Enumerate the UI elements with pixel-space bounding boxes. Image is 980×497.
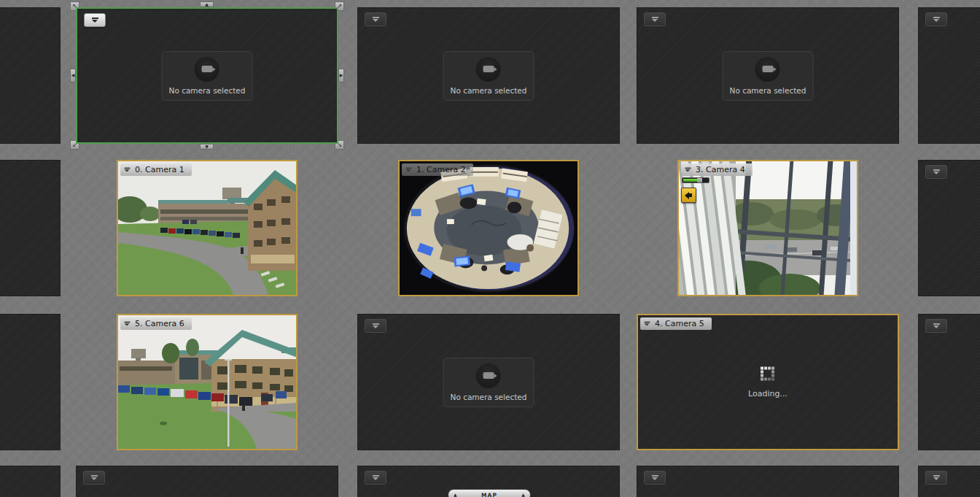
resize-handle-left-icon[interactable]: ◀ bbox=[70, 69, 76, 82]
camera-1-video bbox=[118, 161, 296, 295]
dropdown-icon bbox=[652, 17, 658, 23]
no-camera-panel: No camera selected bbox=[443, 358, 534, 407]
volume-handle[interactable] bbox=[697, 178, 702, 182]
selected-empty-tile[interactable]: No camera selected bbox=[76, 7, 338, 144]
loading-label: Loading... bbox=[748, 388, 788, 398]
chevron-up-icon: ▲ bbox=[521, 493, 525, 497]
dropdown-icon bbox=[933, 323, 940, 329]
loading-spinner-icon bbox=[761, 366, 775, 381]
dropdown-icon bbox=[406, 167, 412, 172]
camera-title-bar[interactable]: 1. Camera 2 bbox=[402, 163, 473, 176]
video-tile-empty[interactable] bbox=[918, 314, 980, 450]
video-tile-empty[interactable]: No camera selected bbox=[357, 7, 620, 144]
camera-title-bar[interactable]: 5. Camera 6 bbox=[120, 317, 192, 330]
tile-menu-button[interactable] bbox=[84, 13, 106, 27]
no-camera-label: No camera selected bbox=[730, 86, 806, 95]
speaker-icon bbox=[685, 192, 693, 199]
camera-title-bar[interactable]: 4. Camera 5 bbox=[640, 317, 712, 330]
camera-title-bar[interactable]: 0. Camera 1 bbox=[120, 163, 192, 176]
video-tile-empty[interactable] bbox=[0, 7, 61, 144]
audio-mute-button[interactable] bbox=[681, 188, 696, 203]
no-camera-label: No camera selected bbox=[169, 86, 246, 95]
tile-menu-button[interactable] bbox=[644, 471, 666, 485]
resize-handle-top-icon[interactable]: ▲ bbox=[200, 1, 214, 7]
camera-title: 5. Camera 6 bbox=[135, 319, 184, 328]
dropdown-icon bbox=[92, 18, 98, 23]
camera-title: 1. Camera 2 bbox=[416, 165, 466, 174]
resize-handle-bottom-icon[interactable]: ▼ bbox=[200, 144, 214, 150]
dropdown-icon bbox=[373, 323, 379, 329]
no-camera-label: No camera selected bbox=[451, 86, 527, 95]
video-tile-empty[interactable] bbox=[918, 466, 980, 497]
camera-title: 3. Camera 4 bbox=[696, 165, 745, 174]
camera-2-video-frame[interactable]: 1. Camera 2 bbox=[398, 160, 579, 296]
dropdown-icon bbox=[645, 321, 650, 326]
camera-icon bbox=[763, 66, 774, 72]
video-tile-empty[interactable]: No camera selected bbox=[637, 7, 899, 144]
camera-icon bbox=[202, 66, 213, 72]
video-tile-selected[interactable]: ↖ ↗ ↙ ↘ ▲ ▼ ◀ ▶ No camera selected bbox=[76, 7, 338, 144]
dropdown-icon bbox=[933, 169, 940, 175]
camera-icon bbox=[483, 372, 494, 379]
camera-4-video-frame[interactable]: 3. Camera 4 bbox=[677, 160, 858, 296]
video-tile-empty[interactable] bbox=[918, 160, 980, 296]
volume-slider[interactable] bbox=[682, 177, 709, 183]
dropdown-icon bbox=[933, 17, 940, 23]
camera-1-video-frame[interactable]: 0. Camera 1 bbox=[117, 160, 298, 296]
no-camera-panel: No camera selected bbox=[162, 51, 253, 101]
camera-2-video bbox=[400, 161, 578, 295]
video-tile-empty[interactable]: No camera selected bbox=[357, 314, 620, 450]
video-tile-empty[interactable] bbox=[76, 466, 338, 497]
chevron-up-icon: ▲ bbox=[454, 493, 457, 497]
no-camera-panel: No camera selected bbox=[443, 51, 534, 101]
camera-6-video bbox=[118, 315, 296, 449]
dropdown-icon bbox=[91, 475, 98, 481]
resize-handle-right-icon[interactable]: ▶ bbox=[338, 69, 344, 82]
tile-menu-button[interactable] bbox=[925, 12, 947, 26]
tile-menu-button[interactable] bbox=[925, 165, 947, 179]
tile-menu-button[interactable] bbox=[365, 319, 386, 333]
no-camera-panel: No camera selected bbox=[723, 51, 814, 101]
tile-menu-button[interactable] bbox=[83, 471, 105, 485]
no-camera-label: No camera selected bbox=[451, 393, 527, 401]
tile-menu-button[interactable] bbox=[644, 12, 666, 26]
loading-indicator: Loading... bbox=[748, 366, 788, 398]
dropdown-icon bbox=[652, 475, 658, 481]
dropdown-icon bbox=[373, 17, 379, 23]
volume-fill bbox=[683, 179, 697, 182]
dropdown-icon bbox=[933, 475, 940, 481]
map-panel-toggle[interactable]: ▲ MAP ▲ bbox=[448, 489, 531, 497]
camera-icon bbox=[483, 66, 494, 72]
video-tile-empty[interactable] bbox=[637, 466, 899, 497]
dropdown-icon bbox=[125, 167, 131, 172]
camera-title: 4. Camera 5 bbox=[655, 319, 704, 328]
video-tile-empty[interactable] bbox=[0, 466, 61, 497]
video-tile-empty[interactable] bbox=[0, 314, 61, 450]
dropdown-icon bbox=[685, 167, 691, 172]
camera-5-loading-tile[interactable]: 4. Camera 5 Loading... bbox=[637, 314, 899, 450]
video-tile-empty[interactable] bbox=[918, 7, 980, 144]
tile-menu-button[interactable] bbox=[925, 319, 947, 333]
video-tile-empty[interactable] bbox=[0, 160, 61, 296]
dropdown-icon bbox=[125, 321, 131, 326]
tile-menu-button[interactable] bbox=[365, 12, 386, 26]
camera-title: 0. Camera 1 bbox=[135, 165, 184, 174]
tile-menu-button[interactable] bbox=[925, 471, 947, 485]
map-toggle-label: MAP bbox=[481, 492, 497, 497]
camera-title-bar[interactable]: 3. Camera 4 bbox=[681, 163, 752, 176]
camera-6-video-frame[interactable]: 5. Camera 6 bbox=[117, 314, 298, 450]
dropdown-icon bbox=[373, 475, 379, 481]
tile-menu-button[interactable] bbox=[365, 471, 386, 485]
